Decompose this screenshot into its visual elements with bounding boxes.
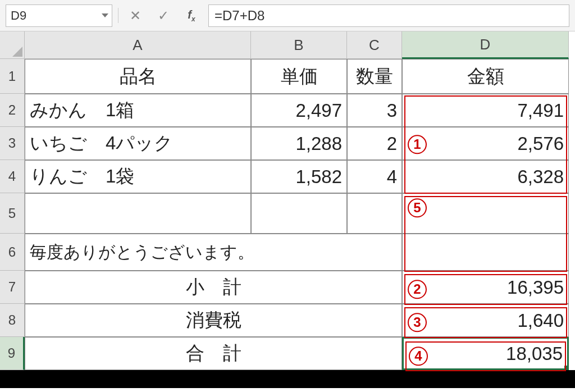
cell-A9[interactable]: 合 計 [25, 337, 402, 370]
insert-function-button[interactable]: fx [180, 4, 203, 27]
cell-D7[interactable]: 16,395 [402, 271, 569, 304]
cell-C3[interactable]: 2 [347, 127, 402, 160]
cell-D3[interactable]: 2,576 [402, 127, 569, 160]
cell-A6[interactable]: 毎度ありがとうございます。 [25, 234, 402, 271]
name-box[interactable]: D9 [6, 4, 112, 27]
cancel-formula-button[interactable]: ✕ [124, 4, 147, 27]
name-box-dropdown-icon[interactable] [102, 13, 108, 17]
cell-A7[interactable]: 小 計 [25, 271, 402, 304]
cell-A5[interactable] [25, 193, 251, 234]
cell-D5[interactable] [402, 193, 569, 234]
row-header-2[interactable]: 2 [0, 94, 25, 127]
formula-bar: D9 ✕ ✓ fx =D7+D8 [0, 0, 575, 31]
cell-D2[interactable]: 7,491 [402, 94, 569, 127]
cell-A2[interactable]: みかん 1箱 [25, 94, 251, 127]
col-header-B[interactable]: B [251, 31, 347, 59]
row-header-4[interactable]: 4 [0, 160, 25, 193]
cell-B4[interactable]: 1,582 [251, 160, 347, 193]
cell-B2[interactable]: 2,497 [251, 94, 347, 127]
cell-A4[interactable]: りんご 1袋 [25, 160, 251, 193]
row-header-3[interactable]: 3 [0, 127, 25, 160]
formula-input[interactable]: =D7+D8 [208, 4, 569, 27]
cell-C5[interactable] [347, 193, 402, 234]
cell-C2[interactable]: 3 [347, 94, 402, 127]
separator [118, 8, 118, 23]
cell-C1[interactable]: 数量 [347, 59, 402, 94]
cell-B5[interactable] [251, 193, 347, 234]
row-header-5[interactable]: 5 [0, 193, 25, 234]
spreadsheet-grid: A B C D 1 品名 単価 数量 金額 2 みかん 1箱 2,497 3 7… [0, 31, 575, 370]
fx-icon: fx [188, 8, 195, 23]
cell-D6[interactable] [402, 234, 569, 271]
cell-A1[interactable]: 品名 [25, 59, 251, 94]
select-all-corner[interactable] [0, 31, 25, 59]
cell-C4[interactable]: 4 [347, 160, 402, 193]
col-header-D[interactable]: D [402, 31, 569, 59]
accept-formula-button[interactable]: ✓ [152, 4, 175, 27]
cancel-icon: ✕ [130, 8, 141, 24]
cell-D1[interactable]: 金額 [402, 59, 569, 94]
row-header-7[interactable]: 7 [0, 271, 25, 304]
row-header-1[interactable]: 1 [0, 59, 25, 94]
cell-D8[interactable]: 1,640 [402, 304, 569, 337]
cell-D4[interactable]: 6,328 [402, 160, 569, 193]
row-header-8[interactable]: 8 [0, 304, 25, 337]
name-box-value: D9 [11, 8, 26, 23]
cell-B3[interactable]: 1,288 [251, 127, 347, 160]
cell-A3[interactable]: いちご 4パック [25, 127, 251, 160]
row-header-6[interactable]: 6 [0, 234, 25, 271]
check-icon: ✓ [158, 8, 169, 24]
row-header-9[interactable]: 9 [0, 337, 25, 370]
bottom-bar [0, 370, 575, 388]
col-header-C[interactable]: C [347, 31, 402, 59]
cell-B1[interactable]: 単価 [251, 59, 347, 94]
col-header-A[interactable]: A [25, 31, 251, 59]
cell-A8[interactable]: 消費税 [25, 304, 402, 337]
formula-text: =D7+D8 [215, 8, 264, 24]
cell-D9-active[interactable]: 18,035 [402, 337, 569, 370]
